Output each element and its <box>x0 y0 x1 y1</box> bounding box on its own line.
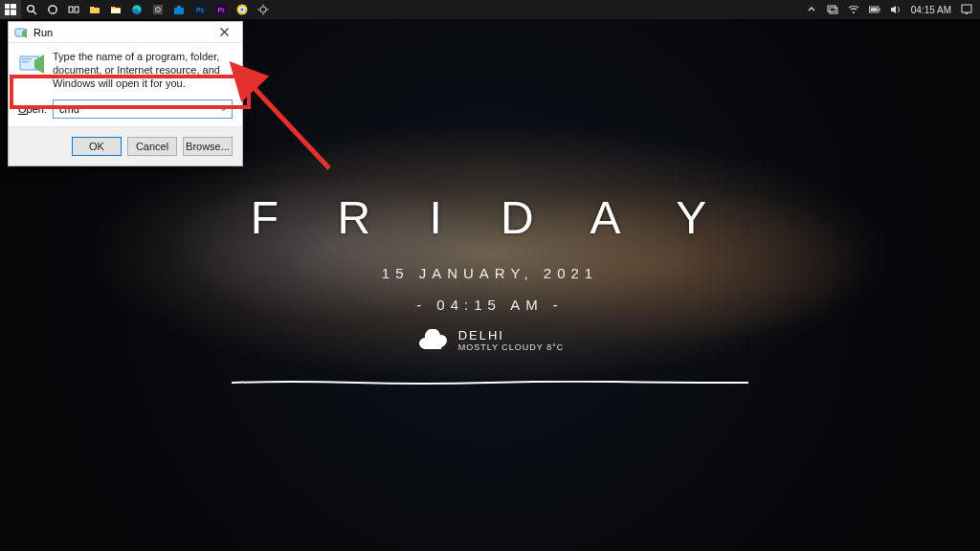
taskbar-app-store[interactable] <box>168 0 189 19</box>
tray-wifi-icon[interactable] <box>848 4 859 15</box>
svg-text:Pr: Pr <box>218 7 226 13</box>
svg-point-24 <box>260 7 266 12</box>
svg-rect-5 <box>11 10 16 15</box>
tray-clock[interactable]: 04:15 AM <box>911 5 951 15</box>
svg-rect-30 <box>830 8 837 13</box>
svg-rect-43 <box>22 61 29 63</box>
run-open-label: Open: <box>18 103 47 115</box>
widget-divider <box>232 381 748 385</box>
start-button[interactable] <box>0 0 21 19</box>
tray-volume-icon[interactable] <box>890 4 902 15</box>
cloud-icon <box>416 329 449 352</box>
ok-button[interactable]: OK <box>72 137 122 156</box>
chevron-down-icon[interactable] <box>219 105 228 114</box>
svg-rect-11 <box>111 9 121 13</box>
close-button[interactable] <box>212 24 236 41</box>
cancel-button[interactable]: Cancel <box>127 137 177 156</box>
svg-point-31 <box>853 11 855 13</box>
taskbar-app-chrome[interactable] <box>232 0 253 19</box>
browse-button[interactable]: Browse... <box>183 137 233 156</box>
svg-rect-2 <box>5 4 10 9</box>
widget-date: 15 JANUARY, 2021 <box>0 265 980 281</box>
svg-rect-34 <box>870 8 877 11</box>
run-body-icon <box>18 51 45 77</box>
taskview-button[interactable] <box>63 0 84 19</box>
widget-weather: DELHI MOSTLY CLOUDY 8°C <box>416 328 565 352</box>
svg-text:Ps: Ps <box>196 7 205 13</box>
taskbar-app-pr[interactable]: Pr <box>211 0 232 19</box>
tray-chevron-icon[interactable] <box>806 4 817 15</box>
run-titlebar[interactable]: Run <box>9 22 242 43</box>
svg-point-23 <box>240 8 244 11</box>
svg-rect-15 <box>174 8 184 14</box>
widget-location: DELHI <box>458 328 565 342</box>
run-open-input[interactable] <box>59 103 214 115</box>
taskbar-app-edge[interactable] <box>126 0 147 19</box>
wallpaper-widget: F R I D A Y 15 JANUARY, 2021 - 04:15 AM … <box>0 191 980 385</box>
taskbar-app-settings[interactable] <box>147 0 168 19</box>
tray-battery-icon[interactable] <box>869 4 880 15</box>
taskbar: Ps Pr 04:15 AM <box>0 0 980 19</box>
svg-line-7 <box>33 11 36 14</box>
tray-notifications-icon[interactable] <box>961 4 972 15</box>
taskbar-app-folder[interactable] <box>84 0 105 19</box>
svg-rect-4 <box>5 10 10 15</box>
svg-point-8 <box>49 6 56 13</box>
svg-rect-9 <box>69 7 73 12</box>
svg-rect-33 <box>879 9 880 11</box>
run-open-combobox[interactable] <box>53 99 233 119</box>
widget-conditions: MOSTLY CLOUDY 8°C <box>458 342 565 352</box>
taskbar-app-settings2[interactable] <box>253 0 274 19</box>
run-title-icon <box>14 26 33 39</box>
run-dialog: Run Type the name of a program, folder, … <box>8 21 243 166</box>
svg-rect-10 <box>75 7 78 12</box>
taskbar-app-explorer[interactable] <box>105 0 126 19</box>
svg-rect-35 <box>962 5 971 12</box>
svg-point-1 <box>429 335 446 348</box>
run-description: Type the name of a program, folder, docu… <box>53 51 233 90</box>
taskbar-app-ps[interactable]: Ps <box>189 0 211 19</box>
svg-rect-16 <box>177 6 181 8</box>
widget-day: F R I D A Y <box>0 191 980 244</box>
search-button[interactable] <box>21 0 42 19</box>
svg-rect-13 <box>153 5 163 14</box>
tray-overlay-icon[interactable] <box>827 4 838 15</box>
svg-rect-3 <box>11 4 16 9</box>
run-title: Run <box>33 27 212 38</box>
svg-rect-29 <box>828 6 835 11</box>
widget-time: - 04:15 AM - <box>0 297 980 313</box>
svg-rect-42 <box>22 58 32 60</box>
cortana-button[interactable] <box>42 0 63 19</box>
svg-point-6 <box>28 6 34 12</box>
